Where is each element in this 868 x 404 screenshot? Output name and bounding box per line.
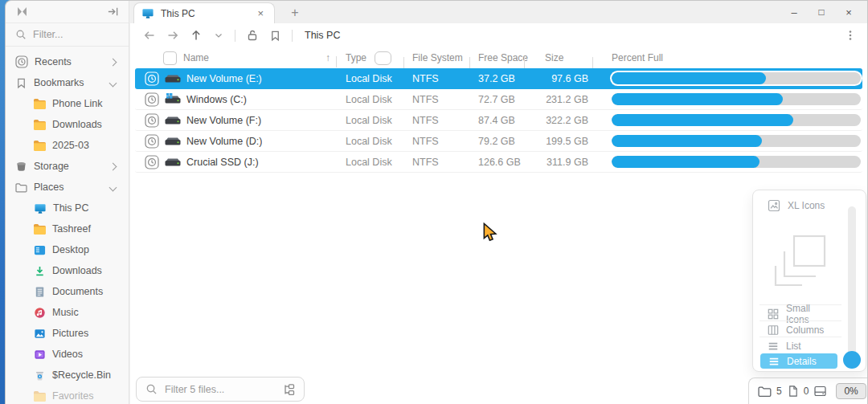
sidebar-list: Recents Bookmarks Phone Link Downloads 2… [6,47,129,404]
sidebar-item-places[interactable]: Places [6,177,129,198]
hard-drive-icon [164,135,182,148]
slider-knob[interactable] [843,351,861,369]
app-logo-icon [16,6,28,18]
column-label: Free Space [478,52,528,63]
breadcrumb[interactable]: This PC [305,30,340,41]
forward-icon[interactable] [166,29,179,42]
cell-free-space: 72.7 GB [477,94,531,105]
bookmark-icon [15,77,27,89]
chevron-down-icon[interactable] [109,183,117,191]
folder-icon [34,120,46,130]
lock-icon[interactable] [246,29,259,42]
sidebar-header [6,1,129,23]
clock-icon [15,55,28,68]
sidebar-item-label: Videos [52,349,83,360]
column-header-type[interactable]: Type [343,51,411,65]
column-label: Name [183,52,209,63]
video-icon [34,349,46,361]
expand-down-icon[interactable] [213,30,224,41]
view-option-xl-icons[interactable]: XL Icons [760,198,837,214]
icon-size-preview-graphic [761,227,845,301]
sidebar-item-recycle-bin[interactable]: $Recycle.Bin [6,365,129,386]
new-tab-button[interactable]: + [285,3,305,22]
table-row-new-volume-e[interactable]: New Volume (E:) Local Disk NTFS 37.2 GB … [135,68,862,89]
column-header-name[interactable]: Name ↑ [135,51,343,65]
document-icon [34,286,46,298]
mouse-cursor [482,222,498,243]
sidebar-item-phone-link[interactable]: Phone Link [6,93,129,114]
drive-name: New Volume (F:) [186,115,261,126]
column-label: Type [346,52,366,63]
sidebar-item-favorites[interactable]: Favorites [6,386,129,404]
table-row-new-volume-d[interactable]: New Volume (D:) Local Disk NTFS 79.2 GB … [135,131,862,152]
select-all-checkbox[interactable] [163,51,177,65]
up-icon[interactable] [190,29,203,42]
sidebar-item-music[interactable]: Music [6,302,129,323]
chevron-down-icon[interactable] [109,79,117,87]
column-header-free-space[interactable]: Free Space [477,52,531,63]
sidebar-item-label: Places [34,182,64,193]
percent-full-bar [612,135,861,147]
table-row-windows-c[interactable]: Windows (C:) Local Disk NTFS 72.7 GB 231… [135,89,862,110]
chevron-right-icon[interactable] [109,58,117,66]
window-controls: – □ × [780,1,862,23]
minimize-button[interactable]: – [780,2,808,22]
sidebar-item-storage[interactable]: Storage [6,156,129,177]
clock-icon [145,134,159,149]
sidebar-item-this-pc[interactable]: This PC [6,198,129,218]
sidebar-item-label: Recents [35,56,72,67]
folder-icon [758,386,772,398]
icon-size-slider[interactable] [848,206,856,363]
sidebar-item-downloads-bookmark[interactable]: Downloads [6,114,129,135]
column-label: File System [412,52,463,63]
sidebar-item-label: Music [52,307,79,318]
drive-name: New Volume (E:) [186,73,262,84]
folder-count: 5 [776,386,782,397]
column-header-percent-full[interactable]: Percent Full [600,52,862,63]
sidebar-item-label: Phone Link [52,98,103,109]
chevron-right-icon[interactable] [109,162,117,170]
sidebar-item-label: Desktop [52,244,89,255]
tab-close-icon[interactable]: × [254,6,267,20]
bookmark-icon[interactable] [269,30,281,42]
table-row-crucial-ssd-j[interactable]: Crucial SSD (J:) Local Disk NTFS 126.6 G… [135,152,862,173]
sidebar-filter-input[interactable]: Filter... [6,23,129,47]
recycle-bin-icon [34,369,46,382]
cell-file-system: NTFS [411,136,477,147]
column-header-file-system[interactable]: File System [411,52,477,63]
sidebar-item-tashreef[interactable]: Tashreef [6,218,129,239]
sidebar-item-recents[interactable]: Recents [6,51,129,72]
close-button[interactable]: × [835,2,862,22]
type-filter-box[interactable] [375,51,391,65]
cell-size: 97.6 GB [531,73,600,84]
windows-drive-icon [164,93,182,106]
status-panel: 5 0 0% [748,377,867,404]
cell-free-space: 79.2 GB [477,136,531,147]
column-header-size[interactable]: Size [531,52,600,63]
sidebar-item-videos[interactable]: Videos [6,344,129,365]
table-row-new-volume-f[interactable]: New Volume (F:) Local Disk NTFS 87.4 GB … [135,110,862,131]
view-option-list[interactable]: List [760,338,833,354]
filter-settings-icon[interactable] [282,383,295,396]
sidebar-item-bookmarks[interactable]: Bookmarks [6,72,129,93]
clock-icon [145,92,159,107]
view-option-small-icons[interactable]: Small Icons [760,306,833,322]
file-count: 0 [804,386,809,397]
maximize-button[interactable]: □ [808,2,835,22]
files-filter-input[interactable]: Filter 5 files... [136,377,305,402]
sidebar-item-2025-03[interactable]: 2025-03 [6,135,129,156]
view-option-columns[interactable]: Columns [760,322,833,338]
cell-free-space: 37.2 GB [477,73,531,84]
pin-sidebar-icon[interactable] [107,6,119,18]
column-label: Size [545,52,563,63]
picture-icon [34,328,46,340]
more-icon[interactable] [845,29,856,42]
sidebar-item-pictures[interactable]: Pictures [6,323,129,344]
sidebar-item-desktop[interactable]: Desktop [6,239,129,260]
back-icon[interactable] [143,29,156,42]
view-option-details[interactable]: Details [760,353,837,369]
sidebar-item-documents[interactable]: Documents [6,281,129,302]
tab-this-pc[interactable]: This PC × [133,2,275,23]
sort-ascending-icon[interactable]: ↑ [326,52,330,63]
sidebar-item-downloads[interactable]: Downloads [6,260,129,281]
